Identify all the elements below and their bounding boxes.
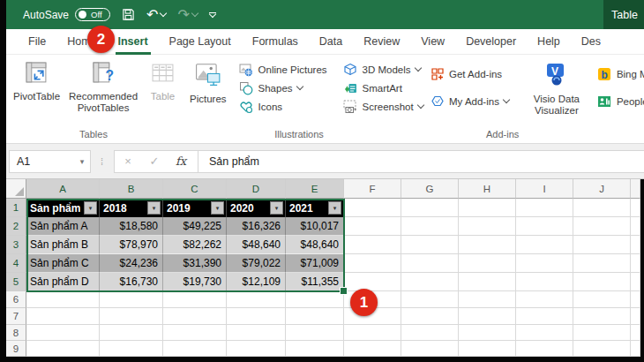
- cell-G3[interactable]: [401, 236, 459, 254]
- cell-J4[interactable]: [573, 254, 631, 273]
- cell-G2[interactable]: [401, 217, 459, 236]
- table-button[interactable]: Table: [145, 59, 181, 102]
- smartart-button[interactable]: SmartArt: [340, 79, 427, 97]
- cell-J5[interactable]: [573, 273, 631, 291]
- cell-I5[interactable]: [516, 273, 573, 291]
- tab-help[interactable]: Help: [527, 29, 571, 55]
- tab-insert[interactable]: Insert: [108, 29, 159, 55]
- customize-quick-access-button[interactable]: [209, 12, 216, 18]
- cell-stub1[interactable]: [631, 199, 640, 217]
- cell-B6[interactable]: [100, 291, 163, 308]
- cell-G7[interactable]: [401, 308, 459, 325]
- cell-H6[interactable]: [459, 291, 516, 308]
- cell-B4[interactable]: $24,236: [100, 254, 163, 273]
- cell-A7[interactable]: [26, 308, 100, 325]
- cell-F2[interactable]: [344, 217, 401, 236]
- cell-H7[interactable]: [459, 308, 516, 325]
- visio-data-visualizer-button[interactable]: V Visio Data Visualizer: [525, 59, 588, 117]
- cell-I1[interactable]: [516, 199, 573, 217]
- cell-G6[interactable]: [401, 291, 459, 308]
- cell-H2[interactable]: [459, 217, 516, 236]
- cell-C9[interactable]: [163, 341, 227, 357]
- insert-function-button[interactable]: fx: [168, 155, 194, 168]
- column-header-H[interactable]: H: [459, 179, 516, 199]
- tab-review[interactable]: Review: [353, 29, 410, 55]
- cell-D2[interactable]: $16,326: [227, 217, 286, 236]
- enter-button[interactable]: ✓: [141, 155, 168, 168]
- cell-stub9[interactable]: [631, 341, 640, 357]
- cell-A6[interactable]: [26, 291, 100, 308]
- tab-data[interactable]: Data: [309, 29, 353, 55]
- cell-stub5[interactable]: [631, 273, 640, 291]
- cancel-button[interactable]: ×: [115, 155, 141, 168]
- row-header-3[interactable]: 3: [6, 236, 26, 254]
- cell-E6[interactable]: [286, 291, 344, 308]
- row-header-8[interactable]: 8: [6, 325, 26, 341]
- tab-file[interactable]: File: [18, 29, 56, 55]
- cell-G5[interactable]: [401, 273, 459, 291]
- cell-stub6[interactable]: [631, 291, 640, 308]
- row-header-6[interactable]: 6: [6, 291, 26, 308]
- cell-D1[interactable]: 2020▾: [227, 199, 286, 217]
- cell-H8[interactable]: [459, 325, 516, 341]
- cell-stub2[interactable]: [631, 217, 640, 236]
- cell-H3[interactable]: [459, 236, 516, 254]
- cell-J3[interactable]: [573, 236, 631, 254]
- filter-button-1[interactable]: ▾: [147, 201, 161, 215]
- tab-page-layout[interactable]: Page Layout: [159, 29, 242, 55]
- cell-F1[interactable]: [344, 199, 401, 217]
- tab-view[interactable]: View: [410, 29, 455, 55]
- column-header-E[interactable]: E: [286, 179, 344, 199]
- name-box-dropdown-icon[interactable]: ▾: [74, 157, 90, 166]
- cell-B3[interactable]: $78,970: [100, 236, 163, 254]
- my-addins-button[interactable]: My Add-ins: [426, 92, 513, 110]
- cell-C8[interactable]: [163, 325, 227, 341]
- tab-des[interactable]: Des: [571, 29, 611, 55]
- icons-button[interactable]: Icons: [236, 97, 331, 116]
- cell-stub4[interactable]: [631, 254, 640, 273]
- cell-C4[interactable]: $31,390: [163, 254, 227, 273]
- cell-I3[interactable]: [516, 236, 573, 254]
- cell-stub3[interactable]: [631, 236, 640, 254]
- recommended-pivottables-button[interactable]: ? Recommended PivotTables: [67, 59, 139, 115]
- bing-maps-button[interactable]: b Bing Maps: [594, 64, 644, 83]
- cell-J2[interactable]: [573, 217, 631, 236]
- cell-E7[interactable]: [286, 308, 344, 325]
- cell-D5[interactable]: $12,109: [227, 273, 286, 291]
- cell-E3[interactable]: $48,640: [286, 236, 344, 254]
- cell-D9[interactable]: [227, 341, 286, 357]
- undo-button[interactable]: ↶: [146, 8, 166, 22]
- column-header-J[interactable]: J: [573, 179, 631, 199]
- people-graph-button[interactable]: People Gra: [594, 92, 644, 110]
- cell-F4[interactable]: [344, 254, 401, 273]
- column-header-F[interactable]: F: [344, 179, 401, 199]
- cell-I9[interactable]: [516, 341, 573, 357]
- 3d-models-button[interactable]: 3D Models: [340, 60, 427, 79]
- cell-A9[interactable]: [26, 341, 100, 357]
- cell-G8[interactable]: [401, 325, 459, 341]
- cell-J1[interactable]: [573, 199, 631, 217]
- cell-C5[interactable]: $19,730: [163, 273, 227, 291]
- cell-C1[interactable]: 2019▾: [163, 199, 227, 217]
- row-header-9[interactable]: 9: [6, 341, 26, 357]
- shapes-button[interactable]: Shapes: [236, 79, 331, 97]
- cell-C6[interactable]: [163, 291, 227, 308]
- filter-button-0[interactable]: ▾: [84, 201, 97, 215]
- cell-B2[interactable]: $18,580: [100, 217, 163, 236]
- cell-A8[interactable]: [26, 325, 100, 341]
- cell-B8[interactable]: [100, 325, 163, 341]
- cell-D7[interactable]: [227, 308, 286, 325]
- tab-formulas[interactable]: Formulas: [242, 29, 309, 55]
- cell-D3[interactable]: $48,640: [227, 236, 286, 254]
- cell-F3[interactable]: [344, 236, 401, 254]
- formula-input[interactable]: Sản phẩm: [198, 155, 644, 168]
- column-header-D[interactable]: D: [227, 179, 286, 199]
- row-header-7[interactable]: 7: [6, 308, 26, 325]
- cell-H9[interactable]: [459, 341, 516, 357]
- tab-developer[interactable]: Developer: [455, 29, 527, 55]
- screenshot-button[interactable]: Screenshot: [340, 97, 427, 116]
- cell-E2[interactable]: $10,017: [286, 217, 344, 236]
- pictures-button[interactable]: Pictures: [188, 59, 228, 105]
- cell-H4[interactable]: [459, 254, 516, 273]
- column-header-B[interactable]: B: [100, 179, 163, 199]
